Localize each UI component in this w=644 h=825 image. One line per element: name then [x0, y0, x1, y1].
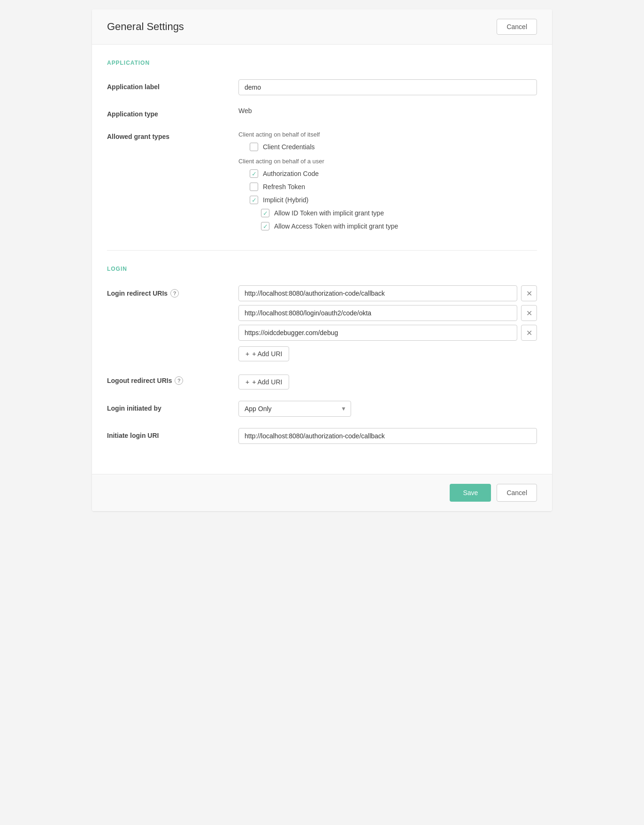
footer-cancel-button[interactable]: Cancel [497, 484, 537, 502]
implicit-hybrid-label: Implicit (Hybrid) [263, 196, 308, 204]
page-title: General Settings [107, 21, 184, 33]
refresh-token-label: Refresh Token [263, 183, 305, 191]
remove-uri-2-button[interactable]: ✕ [521, 305, 537, 321]
application-label-field-label: Application label [107, 79, 238, 91]
initiate-login-uri-label: Initiate login URI [107, 428, 238, 439]
login-uri-row-3: ✕ [238, 325, 537, 341]
authorization-code-label: Authorization Code [263, 170, 319, 177]
login-redirect-uris-row: Login redirect URIs ? ✕ ✕ [107, 285, 537, 361]
add-logout-uri-icon: + [245, 378, 249, 386]
authorization-code-checkbox[interactable] [250, 169, 258, 178]
allow-id-token-row: Allow ID Token with implicit grant type [261, 209, 537, 217]
login-uri-row-1: ✕ [238, 285, 537, 301]
add-login-uri-label: + Add URI [252, 350, 282, 358]
allow-id-token-label: Allow ID Token with implicit grant type [274, 209, 384, 217]
client-credentials-row: Client Credentials [250, 143, 537, 151]
header-cancel-button[interactable]: Cancel [497, 19, 537, 35]
client-credentials-label: Client Credentials [263, 143, 315, 151]
login-initiated-by-control: App Only Either Okta or App ▼ [238, 401, 537, 417]
application-type-value: Web [238, 103, 252, 115]
login-initiated-by-select-wrapper: App Only Either Okta or App ▼ [238, 401, 351, 417]
login-redirect-uris-help-icon[interactable]: ? [170, 289, 179, 298]
login-initiated-by-label: Login initiated by [107, 401, 238, 412]
client-credentials-checkbox[interactable] [250, 143, 258, 151]
login-redirect-uris-control: ✕ ✕ ✕ + + Add URI [238, 285, 537, 361]
initiate-login-uri-row: Initiate login URI [107, 428, 537, 444]
add-logout-uri-button[interactable]: + + Add URI [238, 374, 289, 390]
allow-id-token-checkbox[interactable] [261, 209, 269, 217]
page-header: General Settings Cancel [92, 9, 552, 45]
grant-types-control: Client acting on behalf of itself Client… [238, 129, 537, 235]
logout-redirect-uris-control: + + Add URI [238, 373, 537, 390]
application-section-title: APPLICATION [107, 60, 537, 66]
login-section: LOGIN Login redirect URIs ? ✕ [107, 251, 537, 459]
login-initiated-by-select[interactable]: App Only Either Okta or App [238, 401, 351, 417]
remove-uri-1-button[interactable]: ✕ [521, 285, 537, 301]
application-section: APPLICATION Application label Applicatio… [107, 45, 537, 251]
login-redirect-uris-label: Login redirect URIs ? [107, 285, 238, 298]
implicit-hybrid-checkbox[interactable] [250, 196, 258, 204]
login-uri-row-2: ✕ [238, 305, 537, 321]
allow-access-token-label: Allow Access Token with implicit grant t… [274, 222, 398, 230]
refresh-token-checkbox[interactable] [250, 183, 258, 191]
content-area: APPLICATION Application label Applicatio… [92, 45, 552, 474]
grant-group2-label: Client acting on behalf of a user [238, 158, 537, 165]
application-label-input[interactable] [238, 79, 537, 95]
application-type-field-label: Application type [107, 107, 238, 118]
allow-access-token-checkbox[interactable] [261, 222, 269, 230]
login-uri-input-3[interactable] [238, 325, 517, 341]
application-type-row: Application type Web [107, 107, 537, 118]
remove-uri-3-button[interactable]: ✕ [521, 325, 537, 341]
login-initiated-by-row: Login initiated by App Only Either Okta … [107, 401, 537, 417]
login-section-title: LOGIN [107, 266, 537, 272]
add-logout-uri-label: + Add URI [252, 378, 282, 386]
logout-redirect-uris-label: Logout redirect URIs ? [107, 373, 238, 385]
grant-types-row: Allowed grant types Client acting on beh… [107, 129, 537, 235]
application-type-control: Web [238, 107, 537, 115]
save-button[interactable]: Save [450, 484, 491, 502]
application-label-row: Application label [107, 79, 537, 95]
application-label-control [238, 79, 537, 95]
implicit-hybrid-row: Implicit (Hybrid) [250, 196, 537, 204]
logout-redirect-uris-help-icon[interactable]: ? [175, 376, 183, 385]
initiate-login-uri-input[interactable] [238, 428, 537, 444]
login-uri-input-1[interactable] [238, 285, 517, 301]
grant-types-label: Allowed grant types [107, 129, 238, 140]
add-login-uri-icon: + [245, 350, 249, 358]
logout-redirect-uris-row: Logout redirect URIs ? + + Add URI [107, 373, 537, 390]
authorization-code-row: Authorization Code [250, 169, 537, 178]
page-footer: Save Cancel [92, 474, 552, 511]
allow-access-token-row: Allow Access Token with implicit grant t… [261, 222, 537, 230]
refresh-token-row: Refresh Token [250, 183, 537, 191]
grant-group1-label: Client acting on behalf of itself [238, 131, 537, 138]
initiate-login-uri-control [238, 428, 537, 444]
add-login-uri-button[interactable]: + + Add URI [238, 346, 289, 361]
login-uri-input-2[interactable] [238, 305, 517, 321]
